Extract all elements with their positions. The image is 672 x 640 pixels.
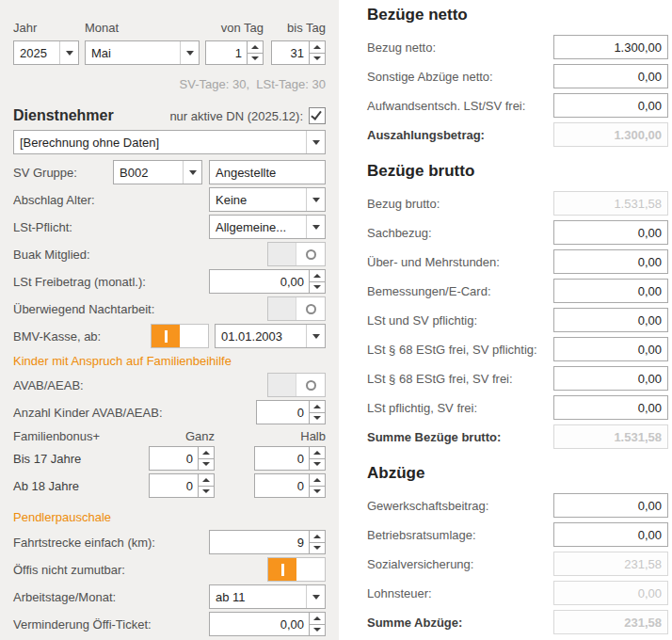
aktive-dn-checkbox[interactable]	[309, 107, 326, 124]
bis-17-label: Bis 17 Jahre	[13, 452, 149, 466]
summe-bezuege-brutto-field	[553, 424, 668, 449]
sonstige-abzuege-netto-field[interactable]	[553, 64, 668, 88]
bezug-netto-row: Bezug netto:	[367, 35, 668, 59]
ueber-mehrstunden-field[interactable]	[553, 249, 668, 274]
lst-freibetrag-stepper[interactable]: 0,00	[209, 269, 326, 294]
toggle-off-segment	[180, 325, 208, 347]
lst-pflicht-select[interactable]: Allgemeine...	[209, 215, 326, 239]
dienstnehmer-select[interactable]: [Berechnung ohne Daten]	[13, 130, 326, 154]
bezug-brutto-label: Bezug brutto:	[367, 197, 553, 211]
sozialversicherung-label: Sozialversicherung:	[367, 557, 553, 571]
ab-18-ganz-value: 0	[150, 479, 198, 493]
spin-up-icon[interactable]	[310, 447, 325, 459]
auszahlungsbetrag-label: Auszahlungsbetrag:	[367, 128, 553, 142]
anzahl-kinder-row: Anzahl Kinder AVAB/AEAB: 0	[13, 400, 326, 424]
sv-gruppe-code: B002	[114, 166, 183, 180]
spin-down-icon[interactable]	[199, 487, 214, 498]
spin-up-icon[interactable]	[310, 401, 325, 413]
von-tag-stepper[interactable]: 1	[205, 40, 264, 65]
anzahl-kinder-stepper[interactable]: 0	[256, 400, 326, 424]
lst68-sv-frei-field[interactable]	[553, 366, 668, 391]
arbeitstage-label: Arbeitstage/Monat:	[13, 590, 209, 604]
arbeitstage-select[interactable]: ab 11	[209, 584, 326, 609]
sv-gruppe-select[interactable]: B002	[113, 160, 202, 184]
spin-up-icon[interactable]	[310, 613, 325, 625]
spin-up-icon[interactable]	[199, 474, 214, 487]
bis-17-ganz-value: 0	[150, 452, 198, 466]
spin-down-icon[interactable]	[310, 625, 325, 636]
sv-gruppe-name-field[interactable]	[209, 160, 326, 184]
chevron-down-icon[interactable]	[306, 585, 325, 608]
avab-toggle[interactable]	[267, 373, 326, 397]
oeffis-toggle[interactable]	[267, 557, 326, 582]
lst-sv-pflichtig-field[interactable]	[553, 308, 668, 332]
spin-up-icon[interactable]	[199, 447, 214, 459]
lst68-sv-frei-label: LSt § 68 EStG frei, SV frei:	[367, 372, 553, 386]
bis-tag-stepper[interactable]: 31	[271, 40, 326, 65]
monat-value: Mai	[86, 46, 180, 60]
buak-toggle[interactable]	[267, 242, 326, 266]
lst-pflichtig-sv-frei-label: LSt pflichtig, SV frei:	[367, 401, 553, 415]
spinner-buttons	[198, 447, 214, 470]
spin-down-icon[interactable]	[199, 459, 214, 471]
toggle-on-segment	[268, 374, 296, 396]
gewerkschaftsbeitrag-field[interactable]	[553, 493, 668, 518]
spin-up-icon[interactable]	[248, 41, 263, 54]
arbeitstage-value: ab 11	[210, 590, 306, 604]
fahrtstrecke-stepper[interactable]: 9	[209, 530, 326, 554]
bis-17-row: Bis 17 Jahre 0 0	[13, 446, 326, 471]
chevron-down-icon[interactable]	[306, 131, 325, 153]
spin-down-icon[interactable]	[310, 413, 325, 424]
lst-freibetrag-row: LSt Freibetrag (monatl.): 0,00	[13, 269, 326, 294]
spin-up-icon[interactable]	[310, 474, 325, 487]
toggle-on-segment	[268, 558, 296, 581]
gewerkschaftsbeitrag-label: Gewerkschaftsbeitrag:	[367, 499, 553, 513]
verminderung-stepper[interactable]: 0,00	[209, 612, 326, 636]
sozialversicherung-field	[553, 552, 668, 576]
ueber-mehrstunden-label: Über- und Mehrstunden:	[367, 255, 553, 269]
von-tag-value: 1	[206, 46, 247, 60]
chevron-down-icon[interactable]	[183, 161, 201, 184]
spin-down-icon[interactable]	[310, 487, 325, 498]
lohnsteuer-label: Lohnsteuer:	[367, 586, 553, 600]
nachtarbeit-label: Überwiegend Nachtarbeit:	[13, 302, 267, 316]
chevron-down-icon[interactable]	[180, 41, 199, 64]
spin-up-icon[interactable]	[310, 270, 325, 282]
jahr-select[interactable]: 2025	[13, 40, 79, 65]
ab-18-halb-stepper[interactable]: 0	[254, 473, 326, 498]
lst68-sv-pflichtig-field[interactable]	[553, 337, 668, 361]
bemessungen-ecard-field[interactable]	[553, 279, 668, 303]
chevron-down-icon[interactable]	[306, 216, 325, 238]
sachbezug-field[interactable]	[553, 220, 668, 245]
bmv-kasse-date-select[interactable]: 01.01.2003	[215, 324, 326, 348]
spin-down-icon[interactable]	[248, 54, 263, 65]
spin-down-icon[interactable]	[310, 54, 325, 65]
ueber-mehrstunden-row: Über- und Mehrstunden:	[367, 249, 668, 274]
chevron-down-icon[interactable]	[59, 41, 78, 64]
spin-up-icon[interactable]	[310, 531, 325, 543]
spin-down-icon[interactable]	[310, 459, 325, 471]
dienstnehmer-value: [Berechnung ohne Daten]	[14, 136, 306, 150]
bis-17-halb-stepper[interactable]: 0	[254, 446, 326, 471]
chevron-down-icon[interactable]	[306, 188, 325, 211]
spin-up-icon[interactable]	[310, 41, 325, 54]
monat-select[interactable]: Mai	[85, 40, 200, 65]
aufwandsentsch-field[interactable]	[553, 93, 668, 118]
bis-17-halb-value: 0	[255, 452, 309, 466]
ab-18-ganz-stepper[interactable]: 0	[149, 473, 215, 498]
amounts-panel: Bezüge netto Bezug netto: Sonstige Abzüg…	[339, 0, 672, 640]
nachtarbeit-toggle[interactable]	[267, 296, 326, 321]
sv-gruppe-row: SV Gruppe: B002	[13, 160, 326, 184]
bis-tag-label: bis Tag	[271, 21, 326, 35]
spin-down-icon[interactable]	[310, 543, 325, 554]
bezug-netto-field[interactable]	[553, 35, 668, 59]
sonstige-abzuege-netto-row: Sonstige Abzüge netto:	[367, 64, 668, 88]
betriebsratsumlage-field[interactable]	[553, 522, 668, 547]
bmv-kasse-toggle[interactable]	[151, 324, 209, 348]
period-labels: Jahr Monat von Tag bis Tag	[13, 19, 326, 35]
abschlag-alter-select[interactable]: Keine	[209, 187, 326, 212]
lst-pflichtig-sv-frei-field[interactable]	[553, 395, 668, 420]
bis-17-ganz-stepper[interactable]: 0	[149, 446, 215, 471]
chevron-down-icon[interactable]	[306, 325, 325, 347]
spin-down-icon[interactable]	[310, 282, 325, 294]
